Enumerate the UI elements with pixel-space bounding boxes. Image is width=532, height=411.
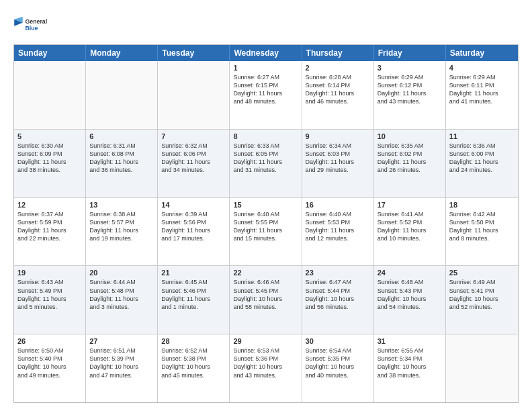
day-cell-14: 14Sunrise: 6:39 AMSunset: 5:56 PMDayligh… [158,198,230,266]
calendar-row-2: 5Sunrise: 6:30 AMSunset: 6:09 PMDaylight… [14,129,518,197]
day-number: 3 [378,64,442,72]
day-number: 31 [378,337,442,345]
cell-info: Sunrise: 6:54 AMSunset: 5:35 PMDaylight:… [306,347,370,379]
header-day-saturday: Saturday [446,45,518,61]
header-day-friday: Friday [374,45,446,61]
header-day-tuesday: Tuesday [158,45,230,61]
day-number: 10 [378,132,442,140]
cell-info: Sunrise: 6:45 AMSunset: 5:46 PMDaylight:… [161,278,226,311]
day-cell-9: 9Sunrise: 6:34 AMSunset: 6:03 PMDaylight… [302,130,374,197]
cell-info: Sunrise: 6:34 AMSunset: 6:03 PMDaylight:… [306,142,370,175]
cell-info: Sunrise: 6:40 AMSunset: 5:55 PMDaylight:… [233,210,298,243]
day-cell-27: 27Sunrise: 6:51 AMSunset: 5:39 PMDayligh… [86,334,158,402]
day-number: 15 [233,201,298,209]
day-cell-18: 18Sunrise: 6:42 AMSunset: 5:50 PMDayligh… [446,198,518,266]
page-header: General Blue [13,12,519,39]
cell-info: Sunrise: 6:27 AMSunset: 6:15 PMDaylight:… [233,73,298,106]
header-day-monday: Monday [86,45,158,61]
header-day-wednesday: Wednesday [230,45,302,61]
day-number: 4 [449,64,515,72]
day-cell-13: 13Sunrise: 6:38 AMSunset: 5:57 PMDayligh… [86,198,158,266]
calendar-row-5: 26Sunrise: 6:50 AMSunset: 5:40 PMDayligh… [14,334,518,402]
day-cell-19: 19Sunrise: 6:43 AMSunset: 5:49 PMDayligh… [14,266,86,334]
header-day-thursday: Thursday [302,45,374,61]
cell-info: Sunrise: 6:28 AMSunset: 6:14 PMDaylight:… [306,73,370,106]
day-cell-31: 31Sunrise: 6:55 AMSunset: 5:34 PMDayligh… [374,334,446,402]
cell-info: Sunrise: 6:46 AMSunset: 5:45 PMDaylight:… [233,278,298,311]
header-day-sunday: Sunday [14,45,86,61]
day-number: 2 [306,64,370,72]
day-number: 26 [17,337,82,345]
day-cell-28: 28Sunrise: 6:52 AMSunset: 5:38 PMDayligh… [158,334,230,402]
day-cell-24: 24Sunrise: 6:48 AMSunset: 5:43 PMDayligh… [374,266,446,334]
empty-cell [446,334,518,402]
day-number: 19 [17,269,82,277]
day-number: 25 [449,269,515,277]
cell-info: Sunrise: 6:29 AMSunset: 6:11 PMDaylight:… [449,73,515,106]
day-number: 30 [306,337,370,345]
day-cell-17: 17Sunrise: 6:41 AMSunset: 5:52 PMDayligh… [374,198,446,266]
day-cell-1: 1Sunrise: 6:27 AMSunset: 6:15 PMDaylight… [230,61,302,129]
empty-cell [14,61,86,129]
day-cell-11: 11Sunrise: 6:36 AMSunset: 6:00 PMDayligh… [446,130,518,197]
calendar-row-1: 1Sunrise: 6:27 AMSunset: 6:15 PMDaylight… [14,61,518,129]
day-cell-7: 7Sunrise: 6:32 AMSunset: 6:06 PMDaylight… [158,130,230,197]
cell-info: Sunrise: 6:44 AMSunset: 5:48 PMDaylight:… [89,278,154,311]
day-number: 13 [89,201,154,209]
empty-cell [158,61,230,129]
day-cell-12: 12Sunrise: 6:37 AMSunset: 5:59 PMDayligh… [14,198,86,266]
svg-text:Blue: Blue [26,25,38,32]
day-cell-5: 5Sunrise: 6:30 AMSunset: 6:09 PMDaylight… [14,130,86,197]
day-number: 6 [89,132,154,140]
cell-info: Sunrise: 6:35 AMSunset: 6:02 PMDaylight:… [378,142,442,175]
cell-info: Sunrise: 6:40 AMSunset: 5:53 PMDaylight:… [306,210,370,243]
logo: General Blue [13,12,47,39]
cell-info: Sunrise: 6:52 AMSunset: 5:38 PMDaylight:… [161,347,226,379]
day-cell-22: 22Sunrise: 6:46 AMSunset: 5:45 PMDayligh… [230,266,302,334]
cell-info: Sunrise: 6:49 AMSunset: 5:41 PMDaylight:… [449,278,515,311]
cell-info: Sunrise: 6:39 AMSunset: 5:56 PMDaylight:… [161,210,226,243]
cell-info: Sunrise: 6:29 AMSunset: 6:12 PMDaylight:… [378,73,442,106]
cell-info: Sunrise: 6:43 AMSunset: 5:49 PMDaylight:… [17,278,82,311]
day-number: 12 [17,201,82,209]
cell-info: Sunrise: 6:30 AMSunset: 6:09 PMDaylight:… [17,142,82,175]
cell-info: Sunrise: 6:48 AMSunset: 5:43 PMDaylight:… [378,278,442,311]
day-number: 24 [378,269,442,277]
day-number: 28 [161,337,226,345]
day-number: 8 [233,132,298,140]
day-cell-6: 6Sunrise: 6:31 AMSunset: 6:08 PMDaylight… [86,130,158,197]
day-number: 18 [449,201,515,209]
cell-info: Sunrise: 6:51 AMSunset: 5:39 PMDaylight:… [89,347,154,379]
calendar-row-3: 12Sunrise: 6:37 AMSunset: 5:59 PMDayligh… [14,197,518,266]
cell-info: Sunrise: 6:41 AMSunset: 5:52 PMDaylight:… [378,210,442,243]
cell-info: Sunrise: 6:37 AMSunset: 5:59 PMDaylight:… [17,210,82,243]
day-number: 21 [161,269,226,277]
day-number: 1 [233,64,298,72]
day-number: 16 [306,201,370,209]
calendar-body: 1Sunrise: 6:27 AMSunset: 6:15 PMDaylight… [14,61,518,402]
calendar-row-4: 19Sunrise: 6:43 AMSunset: 5:49 PMDayligh… [14,265,518,334]
cell-info: Sunrise: 6:31 AMSunset: 6:08 PMDaylight:… [89,142,154,175]
day-cell-20: 20Sunrise: 6:44 AMSunset: 5:48 PMDayligh… [86,266,158,334]
day-cell-26: 26Sunrise: 6:50 AMSunset: 5:40 PMDayligh… [14,334,86,402]
day-cell-10: 10Sunrise: 6:35 AMSunset: 6:02 PMDayligh… [374,130,446,197]
day-cell-3: 3Sunrise: 6:29 AMSunset: 6:12 PMDaylight… [374,61,446,129]
cell-info: Sunrise: 6:50 AMSunset: 5:40 PMDaylight:… [17,347,82,379]
cell-info: Sunrise: 6:55 AMSunset: 5:34 PMDaylight:… [378,347,442,379]
day-cell-25: 25Sunrise: 6:49 AMSunset: 5:41 PMDayligh… [446,266,518,334]
calendar-header-row: SundayMondayTuesdayWednesdayThursdayFrid… [14,45,518,61]
day-number: 20 [89,269,154,277]
logo-svg: General Blue [13,12,47,39]
day-number: 5 [17,132,82,140]
day-number: 7 [161,132,226,140]
day-number: 29 [233,337,298,345]
day-cell-8: 8Sunrise: 6:33 AMSunset: 6:05 PMDaylight… [230,130,302,197]
day-number: 23 [306,269,370,277]
day-number: 9 [306,132,370,140]
day-cell-16: 16Sunrise: 6:40 AMSunset: 5:53 PMDayligh… [302,198,374,266]
cell-info: Sunrise: 6:47 AMSunset: 5:44 PMDaylight:… [306,278,370,311]
day-cell-23: 23Sunrise: 6:47 AMSunset: 5:44 PMDayligh… [302,266,374,334]
calendar: SundayMondayTuesdayWednesdayThursdayFrid… [13,44,519,403]
cell-info: Sunrise: 6:36 AMSunset: 6:00 PMDaylight:… [449,142,515,175]
cell-info: Sunrise: 6:38 AMSunset: 5:57 PMDaylight:… [89,210,154,243]
